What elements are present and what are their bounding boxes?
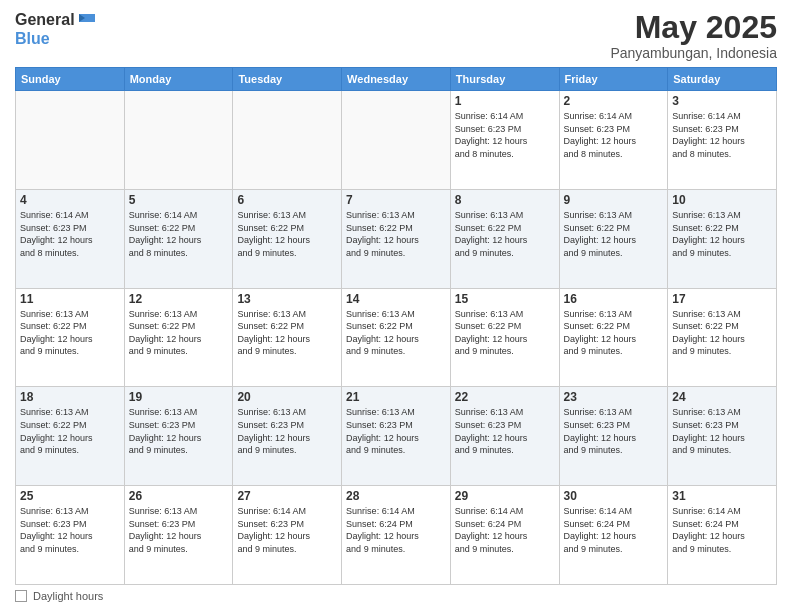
calendar-day-cell bbox=[342, 91, 451, 190]
logo-general-text: General bbox=[15, 10, 75, 29]
day-number: 24 bbox=[672, 390, 772, 404]
calendar-header-row: SundayMondayTuesdayWednesdayThursdayFrid… bbox=[16, 68, 777, 91]
calendar-day-header: Saturday bbox=[668, 68, 777, 91]
calendar-day-cell: 4Sunrise: 6:14 AM Sunset: 6:23 PM Daylig… bbox=[16, 189, 125, 288]
logo-wordmark: General Blue bbox=[15, 10, 95, 48]
day-number: 18 bbox=[20, 390, 120, 404]
day-number: 5 bbox=[129, 193, 229, 207]
calendar-day-cell: 24Sunrise: 6:13 AM Sunset: 6:23 PM Dayli… bbox=[668, 387, 777, 486]
day-number: 31 bbox=[672, 489, 772, 503]
day-number: 10 bbox=[672, 193, 772, 207]
daylight-box bbox=[15, 590, 27, 602]
page: General Blue May 2025 Panyambungan, Indo… bbox=[0, 0, 792, 612]
calendar-table: SundayMondayTuesdayWednesdayThursdayFrid… bbox=[15, 67, 777, 585]
day-info: Sunrise: 6:14 AM Sunset: 6:24 PM Dayligh… bbox=[564, 505, 664, 555]
calendar-day-header: Friday bbox=[559, 68, 668, 91]
day-info: Sunrise: 6:13 AM Sunset: 6:23 PM Dayligh… bbox=[129, 505, 229, 555]
calendar-day-header: Monday bbox=[124, 68, 233, 91]
calendar-day-cell: 23Sunrise: 6:13 AM Sunset: 6:23 PM Dayli… bbox=[559, 387, 668, 486]
calendar-day-cell: 28Sunrise: 6:14 AM Sunset: 6:24 PM Dayli… bbox=[342, 486, 451, 585]
day-info: Sunrise: 6:13 AM Sunset: 6:23 PM Dayligh… bbox=[455, 406, 555, 456]
subtitle: Panyambungan, Indonesia bbox=[610, 45, 777, 61]
calendar-day-cell: 25Sunrise: 6:13 AM Sunset: 6:23 PM Dayli… bbox=[16, 486, 125, 585]
day-number: 12 bbox=[129, 292, 229, 306]
day-number: 25 bbox=[20, 489, 120, 503]
calendar-day-cell: 27Sunrise: 6:14 AM Sunset: 6:23 PM Dayli… bbox=[233, 486, 342, 585]
calendar-week-row: 1Sunrise: 6:14 AM Sunset: 6:23 PM Daylig… bbox=[16, 91, 777, 190]
calendar-day-cell: 13Sunrise: 6:13 AM Sunset: 6:22 PM Dayli… bbox=[233, 288, 342, 387]
calendar-day-header: Sunday bbox=[16, 68, 125, 91]
day-info: Sunrise: 6:14 AM Sunset: 6:23 PM Dayligh… bbox=[455, 110, 555, 160]
calendar-day-cell: 18Sunrise: 6:13 AM Sunset: 6:22 PM Dayli… bbox=[16, 387, 125, 486]
calendar-day-cell: 12Sunrise: 6:13 AM Sunset: 6:22 PM Dayli… bbox=[124, 288, 233, 387]
day-info: Sunrise: 6:13 AM Sunset: 6:22 PM Dayligh… bbox=[20, 308, 120, 358]
calendar-day-cell: 11Sunrise: 6:13 AM Sunset: 6:22 PM Dayli… bbox=[16, 288, 125, 387]
day-info: Sunrise: 6:13 AM Sunset: 6:22 PM Dayligh… bbox=[564, 209, 664, 259]
day-info: Sunrise: 6:13 AM Sunset: 6:22 PM Dayligh… bbox=[346, 209, 446, 259]
calendar-day-cell: 15Sunrise: 6:13 AM Sunset: 6:22 PM Dayli… bbox=[450, 288, 559, 387]
calendar-day-cell bbox=[233, 91, 342, 190]
calendar-week-row: 11Sunrise: 6:13 AM Sunset: 6:22 PM Dayli… bbox=[16, 288, 777, 387]
calendar-day-cell: 6Sunrise: 6:13 AM Sunset: 6:22 PM Daylig… bbox=[233, 189, 342, 288]
day-number: 11 bbox=[20, 292, 120, 306]
calendar-week-row: 4Sunrise: 6:14 AM Sunset: 6:23 PM Daylig… bbox=[16, 189, 777, 288]
day-number: 28 bbox=[346, 489, 446, 503]
day-number: 16 bbox=[564, 292, 664, 306]
day-info: Sunrise: 6:14 AM Sunset: 6:24 PM Dayligh… bbox=[455, 505, 555, 555]
day-number: 15 bbox=[455, 292, 555, 306]
calendar-day-cell: 19Sunrise: 6:13 AM Sunset: 6:23 PM Dayli… bbox=[124, 387, 233, 486]
calendar-day-cell: 20Sunrise: 6:13 AM Sunset: 6:23 PM Dayli… bbox=[233, 387, 342, 486]
calendar-day-cell: 14Sunrise: 6:13 AM Sunset: 6:22 PM Dayli… bbox=[342, 288, 451, 387]
day-number: 20 bbox=[237, 390, 337, 404]
day-info: Sunrise: 6:14 AM Sunset: 6:24 PM Dayligh… bbox=[672, 505, 772, 555]
footer: Daylight hours bbox=[15, 590, 777, 602]
calendar-day-cell: 26Sunrise: 6:13 AM Sunset: 6:23 PM Dayli… bbox=[124, 486, 233, 585]
day-info: Sunrise: 6:13 AM Sunset: 6:23 PM Dayligh… bbox=[237, 406, 337, 456]
day-info: Sunrise: 6:14 AM Sunset: 6:22 PM Dayligh… bbox=[129, 209, 229, 259]
day-number: 27 bbox=[237, 489, 337, 503]
calendar-day-cell: 3Sunrise: 6:14 AM Sunset: 6:23 PM Daylig… bbox=[668, 91, 777, 190]
calendar-day-cell: 30Sunrise: 6:14 AM Sunset: 6:24 PM Dayli… bbox=[559, 486, 668, 585]
day-number: 26 bbox=[129, 489, 229, 503]
calendar-week-row: 25Sunrise: 6:13 AM Sunset: 6:23 PM Dayli… bbox=[16, 486, 777, 585]
calendar-day-cell: 5Sunrise: 6:14 AM Sunset: 6:22 PM Daylig… bbox=[124, 189, 233, 288]
calendar-day-cell bbox=[124, 91, 233, 190]
calendar-day-cell: 22Sunrise: 6:13 AM Sunset: 6:23 PM Dayli… bbox=[450, 387, 559, 486]
day-number: 23 bbox=[564, 390, 664, 404]
calendar-day-cell: 2Sunrise: 6:14 AM Sunset: 6:23 PM Daylig… bbox=[559, 91, 668, 190]
day-number: 17 bbox=[672, 292, 772, 306]
day-number: 2 bbox=[564, 94, 664, 108]
calendar-day-cell: 31Sunrise: 6:14 AM Sunset: 6:24 PM Dayli… bbox=[668, 486, 777, 585]
day-number: 19 bbox=[129, 390, 229, 404]
calendar-day-cell: 16Sunrise: 6:13 AM Sunset: 6:22 PM Dayli… bbox=[559, 288, 668, 387]
calendar-day-cell: 8Sunrise: 6:13 AM Sunset: 6:22 PM Daylig… bbox=[450, 189, 559, 288]
day-info: Sunrise: 6:13 AM Sunset: 6:22 PM Dayligh… bbox=[564, 308, 664, 358]
day-number: 14 bbox=[346, 292, 446, 306]
logo: General Blue bbox=[15, 10, 95, 48]
day-info: Sunrise: 6:13 AM Sunset: 6:22 PM Dayligh… bbox=[20, 406, 120, 456]
day-info: Sunrise: 6:13 AM Sunset: 6:23 PM Dayligh… bbox=[564, 406, 664, 456]
day-info: Sunrise: 6:14 AM Sunset: 6:23 PM Dayligh… bbox=[237, 505, 337, 555]
day-info: Sunrise: 6:13 AM Sunset: 6:22 PM Dayligh… bbox=[672, 308, 772, 358]
calendar-day-cell: 10Sunrise: 6:13 AM Sunset: 6:22 PM Dayli… bbox=[668, 189, 777, 288]
day-info: Sunrise: 6:14 AM Sunset: 6:23 PM Dayligh… bbox=[564, 110, 664, 160]
day-number: 30 bbox=[564, 489, 664, 503]
calendar-day-cell: 21Sunrise: 6:13 AM Sunset: 6:23 PM Dayli… bbox=[342, 387, 451, 486]
day-number: 1 bbox=[455, 94, 555, 108]
calendar-day-header: Tuesday bbox=[233, 68, 342, 91]
logo-flag-icon bbox=[77, 14, 95, 26]
calendar-day-header: Thursday bbox=[450, 68, 559, 91]
day-number: 29 bbox=[455, 489, 555, 503]
day-number: 21 bbox=[346, 390, 446, 404]
day-info: Sunrise: 6:13 AM Sunset: 6:22 PM Dayligh… bbox=[455, 209, 555, 259]
calendar-day-cell: 29Sunrise: 6:14 AM Sunset: 6:24 PM Dayli… bbox=[450, 486, 559, 585]
calendar-day-cell: 1Sunrise: 6:14 AM Sunset: 6:23 PM Daylig… bbox=[450, 91, 559, 190]
day-info: Sunrise: 6:13 AM Sunset: 6:22 PM Dayligh… bbox=[237, 209, 337, 259]
day-number: 9 bbox=[564, 193, 664, 207]
day-info: Sunrise: 6:13 AM Sunset: 6:23 PM Dayligh… bbox=[672, 406, 772, 456]
day-number: 4 bbox=[20, 193, 120, 207]
calendar-day-cell bbox=[16, 91, 125, 190]
day-info: Sunrise: 6:13 AM Sunset: 6:22 PM Dayligh… bbox=[346, 308, 446, 358]
day-number: 3 bbox=[672, 94, 772, 108]
calendar-day-cell: 9Sunrise: 6:13 AM Sunset: 6:22 PM Daylig… bbox=[559, 189, 668, 288]
